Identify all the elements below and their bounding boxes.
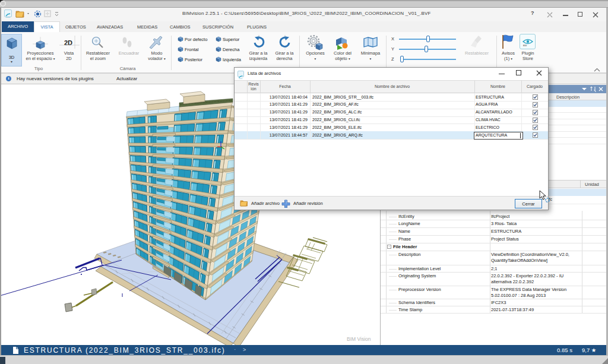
svg-text:BIM: BIM	[523, 45, 527, 47]
